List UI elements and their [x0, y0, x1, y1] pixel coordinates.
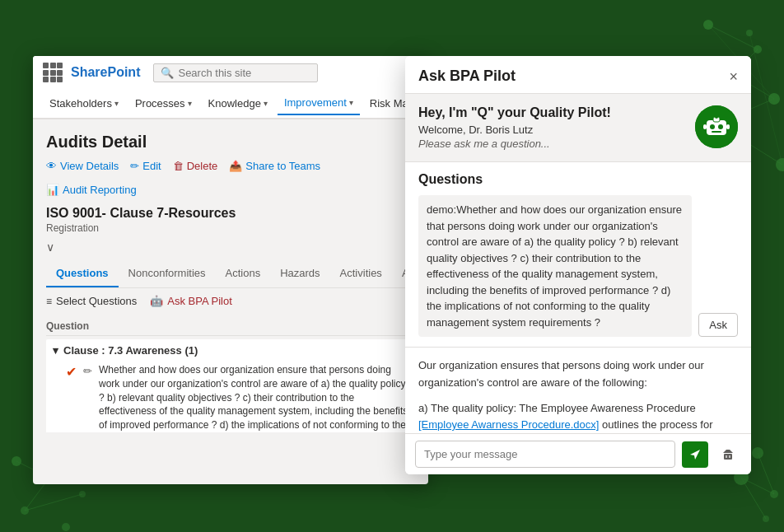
search-icon: 🔍: [161, 67, 174, 79]
tab-questions[interactable]: Questions: [46, 260, 119, 287]
bpa-answer-section: Our organization ensures that persons do…: [405, 348, 751, 433]
sp-toolbar: 👁 View Details ✏ Edit 🗑 Delete 📤 Share t…: [46, 160, 415, 196]
bpa-body: Questions demo:Whether and how does our …: [405, 162, 751, 433]
sp-nav: Stakeholders ▾ Processes ▾ Knowledge ▾ I…: [33, 89, 428, 119]
chevron-down-icon: ▾: [264, 99, 268, 108]
svg-line-27: [741, 478, 766, 519]
bpa-heading: Hey, I'm "Q" your Quality Pilot!: [418, 105, 684, 120]
svg-rect-34: [712, 131, 721, 133]
svg-point-9: [21, 506, 29, 515]
nav-processes[interactable]: Processes ▾: [128, 92, 198, 114]
bpa-question-block: demo:Whether and how does our organizati…: [418, 195, 738, 337]
table-header: Question: [46, 317, 415, 336]
svg-point-16: [763, 516, 769, 522]
view-details-button[interactable]: 👁 View Details: [46, 160, 119, 172]
nav-knowledge[interactable]: Knowledge ▾: [202, 92, 274, 114]
svg-line-17: [708, 25, 758, 49]
svg-rect-38: [726, 124, 730, 129]
tab-nonconformities[interactable]: Nonconformities: [119, 260, 216, 287]
answer-intro: Our organization ensures that persons do…: [418, 357, 738, 392]
send-button[interactable]: [682, 441, 708, 468]
svg-point-3: [768, 93, 780, 105]
tab-actions[interactable]: Actions: [216, 260, 271, 287]
ask-bpa-pilot-button[interactable]: 🤖 Ask BPA Pilot: [150, 295, 232, 307]
delete-button[interactable]: 🗑 Delete: [173, 160, 218, 172]
bpa-welcome: Hey, I'm "Q" your Quality Pilot! Welcome…: [405, 94, 751, 162]
svg-point-5: [746, 30, 753, 36]
collapse-button[interactable]: ∨: [46, 240, 415, 254]
answer-part-a: a) The quality policy: The Employee Awar…: [418, 400, 738, 433]
svg-point-32: [710, 124, 715, 129]
report-icon: 📊: [46, 184, 59, 196]
sharepoint-window: SharePoint 🔍 Stakeholders ▾ Processes ▾ …: [33, 56, 428, 484]
sp-top-bar: SharePoint 🔍: [33, 56, 428, 89]
bpa-answer-text: Our organization ensures that persons do…: [418, 357, 738, 433]
eye-icon: 👁: [46, 160, 57, 172]
svg-point-1: [754, 45, 762, 54]
svg-point-11: [12, 456, 21, 466]
svg-line-29: [749, 33, 782, 165]
svg-point-14: [770, 490, 778, 498]
bpa-avatar: [695, 105, 738, 148]
bpa-hint: Please ask me a question...: [418, 138, 684, 150]
edit-icon: ✏: [130, 160, 139, 172]
question-row: ✔ ✏ Whether and how does our organizatio…: [53, 360, 408, 432]
bpa-title: Ask BPA Pilot: [418, 68, 516, 85]
teams-icon: 📤: [229, 160, 242, 172]
tab-activities[interactable]: Activities: [330, 260, 392, 287]
doc-link-a1[interactable]: [Employee Awarness Procedure.docx]: [418, 418, 599, 431]
bpa-questions-section: Questions demo:Whether and how does our …: [405, 162, 751, 348]
share-to-teams-button[interactable]: 📤 Share to Teams: [229, 160, 320, 172]
svg-point-6: [776, 158, 784, 171]
nav-stakeholders[interactable]: Stakeholders ▾: [43, 92, 125, 114]
delete-icon: 🗑: [173, 160, 184, 172]
select-icon: ≡: [46, 296, 52, 307]
edit-button[interactable]: ✏ Edit: [130, 160, 161, 172]
svg-rect-39: [724, 454, 732, 460]
svg-point-0: [703, 20, 713, 30]
bpa-panel: Ask BPA Pilot × Hey, I'm "Q" your Qualit…: [405, 56, 751, 474]
page-title: Audits Detail: [46, 133, 415, 152]
sp-tabs: Questions Nonconformities Actions Hazard…: [46, 260, 415, 288]
search-input[interactable]: [178, 67, 310, 79]
audit-reporting-button[interactable]: 📊 Audit Reporting: [46, 184, 137, 196]
svg-point-36: [715, 115, 718, 119]
question-text: Whether and how does our organization en…: [99, 363, 408, 432]
sp-header: SharePoint 🔍 Stakeholders ▾ Processes ▾ …: [33, 56, 428, 119]
clause-header[interactable]: ▾ Clause : 7.3 Awareness (1): [53, 344, 408, 357]
bpa-footer: [405, 433, 751, 474]
svg-point-10: [79, 491, 86, 497]
ask-button[interactable]: Ask: [698, 313, 738, 337]
chevron-down-icon: ▾: [349, 98, 353, 107]
svg-line-26: [741, 478, 774, 494]
questions-section-title: Questions: [418, 172, 738, 187]
tab-hazards[interactable]: Hazards: [270, 260, 329, 287]
clause-row: ▾ Clause : 7.3 Awareness (1) ✔ ✏ Whether…: [46, 339, 415, 432]
sharepoint-brand: SharePoint: [71, 65, 140, 80]
check-icon: ✔: [66, 364, 77, 380]
chevron-down-icon: ▾: [188, 99, 192, 108]
bpa-greeting: Welcome, Dr. Boris Lutz: [418, 124, 684, 136]
item-subtitle: Registration: [46, 222, 415, 234]
svg-line-23: [25, 494, 82, 511]
waffle-icon[interactable]: [43, 63, 63, 82]
edit-question-icon[interactable]: ✏: [83, 365, 92, 377]
svg-line-25: [758, 453, 774, 494]
search-box[interactable]: 🔍: [153, 63, 318, 82]
svg-point-13: [752, 447, 763, 459]
clear-button[interactable]: [715, 441, 741, 468]
sp-content: Audits Detail 👁 View Details ✏ Edit 🗑 De…: [33, 119, 428, 432]
bpa-welcome-text: Hey, I'm "Q" your Quality Pilot! Welcome…: [418, 105, 684, 150]
bpa-icon: 🤖: [150, 295, 163, 307]
item-title: ISO 9001- Clause 7-Resources: [46, 206, 415, 221]
sp-actions-bar: ≡ Select Questions 🤖 Ask BPA Pilot: [46, 295, 415, 307]
message-input[interactable]: [415, 441, 675, 468]
svg-rect-37: [703, 124, 707, 129]
svg-rect-31: [707, 120, 726, 135]
select-questions-button[interactable]: ≡ Select Questions: [46, 295, 137, 307]
bpa-question-text: demo:Whether and how does our organizati…: [418, 195, 692, 337]
clause-chevron: ▾: [53, 344, 58, 357]
close-button[interactable]: ×: [729, 69, 738, 84]
svg-point-33: [718, 124, 723, 129]
nav-improvement[interactable]: Improvement ▾: [278, 91, 360, 115]
